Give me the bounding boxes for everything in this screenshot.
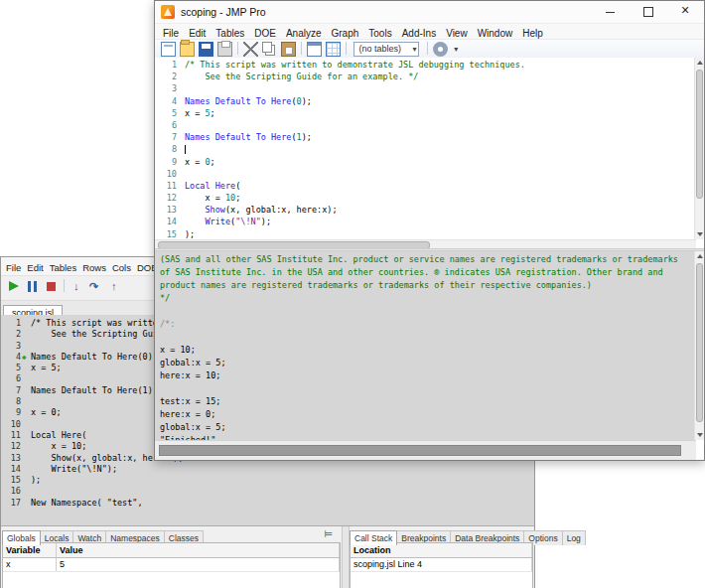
menu-file[interactable]: File: [3, 259, 24, 277]
menu-tables[interactable]: Tables: [211, 26, 249, 41]
code-text: x = 0;: [31, 407, 62, 417]
menu-file[interactable]: File: [158, 26, 184, 41]
code-token: "\!N": [235, 217, 261, 226]
code-token: /* This script was written to demonstrat…: [185, 60, 525, 70]
debugger-bottom-panels: GlobalsLocalsWatchNamespacesClasses ⊨ Va…: [1, 525, 534, 588]
menu-doe[interactable]: DOE: [249, 26, 281, 41]
tables-dropdown[interactable]: (no tables) ▾: [353, 42, 419, 57]
editor-horizontal-scrollbar[interactable]: [155, 239, 696, 248]
line-number: 6: [155, 119, 177, 131]
scroll-up-button[interactable]: [695, 251, 704, 261]
code-token: x =: [185, 108, 205, 118]
step-out-icon[interactable]: [107, 279, 122, 294]
code-text: Write("\!N");: [185, 217, 271, 226]
line-number: 2: [155, 71, 177, 82]
paste-icon[interactable]: [281, 42, 296, 57]
column-header-variable[interactable]: Variable: [3, 543, 57, 557]
line-number: 6: [1, 373, 21, 384]
code-token: New Namespace( "test",: [31, 498, 143, 508]
line-number: 8: [1, 396, 21, 407]
line-number: 11: [1, 430, 21, 441]
line-number: 13: [1, 453, 21, 464]
log-vertical-scrollbar[interactable]: [694, 251, 704, 440]
step-over-icon[interactable]: [88, 279, 103, 294]
table-row[interactable]: x5: [3, 558, 340, 572]
stop-icon[interactable]: [44, 279, 59, 294]
code-token: [185, 217, 205, 226]
menu-add-ins[interactable]: Add-Ins: [397, 26, 441, 41]
script-editor[interactable]: 1/* This script was written to demonstra…: [155, 58, 696, 239]
print-icon[interactable]: [217, 42, 232, 57]
journal-icon[interactable]: [307, 42, 322, 57]
code-line: 2 See the Scripting Guide for an example…: [155, 71, 696, 82]
callstack-panel: Call StackBreakpointsData BreakpointsOpt…: [350, 527, 533, 588]
tab-log[interactable]: Log: [562, 530, 586, 545]
scroll-up-button[interactable]: [695, 58, 704, 68]
resume-icon[interactable]: [6, 279, 21, 294]
copy-icon[interactable]: [262, 42, 272, 53]
menu-cols[interactable]: Cols: [109, 259, 134, 277]
open-icon[interactable]: [180, 42, 195, 57]
code-token: x =: [185, 193, 225, 203]
step-into-icon[interactable]: [70, 279, 84, 294]
log-pane[interactable]: (SAS and all other SAS Institute Inc. pr…: [155, 251, 696, 440]
menu-view[interactable]: View: [441, 26, 473, 41]
menu-rows[interactable]: Rows: [79, 259, 109, 277]
chevron-down-icon[interactable]: ▾: [454, 45, 458, 54]
menu-edit[interactable]: Edit: [184, 26, 211, 41]
menu-analyze[interactable]: Analyze: [281, 26, 327, 41]
tab-globals[interactable]: Globals: [2, 530, 41, 545]
menu-graph[interactable]: Graph: [327, 26, 364, 41]
menu-tools[interactable]: Tools: [363, 26, 396, 41]
toolbar-separator: [64, 279, 65, 292]
log-line: x = 10;: [160, 344, 696, 357]
editor-vertical-scrollbar[interactable]: [694, 58, 704, 239]
table-header-row: Location: [351, 543, 532, 558]
menu-help[interactable]: Help: [517, 26, 548, 41]
tab-call-stack[interactable]: Call Stack: [350, 530, 397, 545]
save-icon[interactable]: [199, 42, 213, 57]
close-icon[interactable]: [666, 1, 704, 22]
pause-icon[interactable]: [25, 279, 40, 294]
code-line: 14 Write("\!N");: [155, 216, 696, 227]
scroll-thumb[interactable]: [696, 263, 703, 422]
chevron-down-icon: ▾: [412, 43, 416, 56]
code-text: x = 5;: [31, 363, 62, 372]
code-token: Show: [205, 205, 224, 215]
line-number: 4: [155, 95, 177, 107]
scroll-thumb[interactable]: [696, 70, 703, 199]
data-table-icon[interactable]: [326, 42, 341, 57]
scroll-thumb[interactable]: [159, 445, 681, 456]
line-number: 9: [1, 407, 21, 418]
column-header-value[interactable]: Value: [57, 543, 340, 557]
code-token: ;: [211, 157, 215, 167]
code-text: Local Here(: [185, 181, 240, 191]
line-number: 2: [1, 329, 21, 340]
line-number: 9: [155, 156, 177, 168]
column-header-location[interactable]: Location: [351, 543, 532, 557]
new-script-icon[interactable]: [161, 42, 176, 57]
menu-edit[interactable]: Edit: [24, 259, 46, 277]
log-line: of SAS Institute Inc. in the USA and oth…: [160, 266, 696, 279]
menu-tables[interactable]: Tables: [47, 259, 79, 277]
code-text: New Namespace( "test",: [31, 498, 143, 508]
code-line: 1/* This script was written to demonstra…: [155, 59, 696, 71]
callstack-table: Locationscoping.jsl Line 4: [350, 542, 533, 588]
table-row[interactable]: scoping.jsl Line 4: [351, 558, 532, 572]
log-line: global:x = 5;: [160, 421, 696, 434]
scroll-down-button[interactable]: [695, 229, 704, 239]
text-caret: [185, 145, 186, 154]
minimize-icon[interactable]: [591, 1, 629, 22]
cut-icon[interactable]: [243, 42, 258, 57]
menu-window[interactable]: Window: [473, 26, 518, 41]
panel-splitter[interactable]: [342, 526, 350, 588]
scroll-down-button[interactable]: [695, 430, 704, 440]
customize-icon[interactable]: [433, 42, 448, 57]
auto-hide-pin-icon[interactable]: ⊨: [324, 528, 333, 539]
jmp-main-window: scoping - JMP Pro FileEditTablesDOEAnaly…: [154, 0, 705, 461]
triangle-up-icon: [697, 254, 703, 258]
variables-panel-tabs: GlobalsLocalsWatchNamespacesClasses: [2, 527, 341, 542]
title-bar[interactable]: scoping - JMP Pro: [155, 1, 704, 24]
maximize-icon[interactable]: [629, 1, 666, 22]
log-horizontal-scrollbar[interactable]: [155, 440, 696, 460]
